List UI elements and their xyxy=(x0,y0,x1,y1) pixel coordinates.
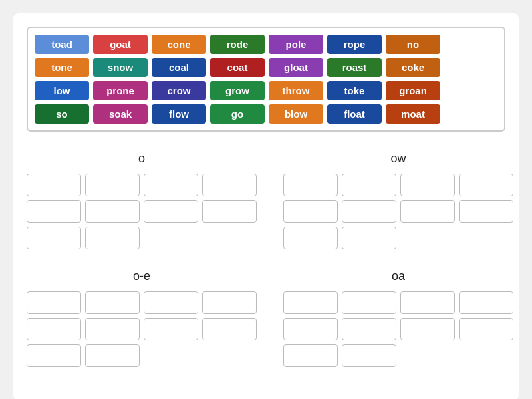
sort-row xyxy=(27,318,257,340)
sort-row xyxy=(283,291,513,314)
sort-box[interactable] xyxy=(85,291,140,314)
tiles-container: toadgoatconerodepoleropenotonesnowcoalco… xyxy=(27,27,505,132)
sort-box[interactable] xyxy=(27,318,81,340)
word-tile[interactable]: blow xyxy=(269,104,323,124)
sort-box[interactable] xyxy=(400,200,455,223)
sort-box[interactable] xyxy=(459,291,513,314)
sort-box[interactable] xyxy=(85,200,140,223)
word-tile[interactable]: toad xyxy=(35,35,89,54)
sort-box[interactable] xyxy=(400,174,455,196)
sort-row xyxy=(27,200,257,223)
sort-row xyxy=(27,174,257,196)
sort-box[interactable] xyxy=(27,227,81,249)
sort-box[interactable] xyxy=(202,318,257,340)
tile-row: toadgoatconerodepoleropeno xyxy=(35,35,497,54)
sort-row xyxy=(283,200,513,223)
sort-title-ow: ow xyxy=(283,152,513,166)
sort-title-oa: oa xyxy=(283,269,513,283)
word-tile[interactable]: grow xyxy=(210,81,265,100)
sort-box[interactable] xyxy=(342,200,396,223)
word-tile[interactable]: prone xyxy=(93,81,148,100)
word-tile[interactable]: goat xyxy=(93,35,148,54)
sort-boxes-o xyxy=(27,174,257,249)
word-tile[interactable]: moat xyxy=(386,104,440,124)
sort-box[interactable] xyxy=(283,227,338,249)
sort-box[interactable] xyxy=(459,200,513,223)
sort-box[interactable] xyxy=(342,174,396,196)
sort-boxes-ow xyxy=(283,174,513,249)
word-tile[interactable]: so xyxy=(35,104,89,124)
sort-box[interactable] xyxy=(283,318,338,340)
sort-box[interactable] xyxy=(342,344,396,367)
word-tile[interactable]: throw xyxy=(269,81,323,100)
sort-row xyxy=(283,344,513,367)
sort-box[interactable] xyxy=(342,318,396,340)
word-tile[interactable]: rope xyxy=(327,35,382,54)
sort-box[interactable] xyxy=(283,344,338,367)
sort-box[interactable] xyxy=(27,344,81,367)
sort-box[interactable] xyxy=(283,200,338,223)
sort-box[interactable] xyxy=(27,200,81,223)
sort-column-ow: ow xyxy=(283,152,513,249)
word-tile[interactable]: soak xyxy=(93,104,148,124)
sort-box[interactable] xyxy=(27,291,81,314)
sort-column-oa: oa xyxy=(283,269,513,367)
sort-box[interactable] xyxy=(400,318,455,340)
sort-box[interactable] xyxy=(85,174,140,196)
word-tile[interactable]: coke xyxy=(386,58,440,77)
sort-row xyxy=(283,318,513,340)
sort-box[interactable] xyxy=(283,291,338,314)
sort-row xyxy=(283,174,513,196)
sort-area-top: o ow xyxy=(27,152,505,249)
sort-box[interactable] xyxy=(202,291,257,314)
sort-box[interactable] xyxy=(85,227,140,249)
sort-column-o: o xyxy=(27,152,257,249)
word-tile[interactable]: snow xyxy=(93,58,148,77)
word-tile[interactable]: roast xyxy=(327,58,382,77)
tile-row: lowpronecrowgrowthrowtokegroan xyxy=(35,81,497,100)
sort-box[interactable] xyxy=(85,318,140,340)
sort-title-o: o xyxy=(27,152,257,166)
sort-box[interactable] xyxy=(144,174,198,196)
sort-box[interactable] xyxy=(144,200,198,223)
word-tile[interactable]: gloat xyxy=(269,58,323,77)
sort-row xyxy=(27,344,257,367)
sort-row xyxy=(27,291,257,314)
sort-box[interactable] xyxy=(283,174,338,196)
sort-boxes-oa xyxy=(283,291,513,367)
sort-box[interactable] xyxy=(400,291,455,314)
sort-box[interactable] xyxy=(85,344,140,367)
word-tile[interactable]: pole xyxy=(269,35,323,54)
word-tile[interactable]: tone xyxy=(35,58,89,77)
sort-box[interactable] xyxy=(202,200,257,223)
sort-box[interactable] xyxy=(459,174,513,196)
sort-row xyxy=(283,227,513,249)
word-tile[interactable]: no xyxy=(386,35,440,54)
tile-row: tonesnowcoalcoatgloatroastcoke xyxy=(35,58,497,77)
sort-box[interactable] xyxy=(144,318,198,340)
word-tile[interactable]: float xyxy=(327,104,382,124)
sort-box[interactable] xyxy=(342,291,396,314)
sort-box[interactable] xyxy=(459,318,513,340)
word-tile[interactable]: groan xyxy=(386,81,440,100)
word-tile[interactable]: go xyxy=(210,104,265,124)
main-page: toadgoatconerodepoleropenotonesnowcoalco… xyxy=(13,13,519,399)
sort-area-bottom: o-e o xyxy=(27,269,505,367)
word-tile[interactable]: cone xyxy=(152,35,206,54)
sort-title-oe: o-e xyxy=(27,269,257,283)
word-tile[interactable]: toke xyxy=(327,81,382,100)
tile-row: sosoakflowgoblowfloatmoat xyxy=(35,104,497,124)
sort-box[interactable] xyxy=(202,174,257,196)
word-tile[interactable]: coat xyxy=(210,58,265,77)
word-tile[interactable]: coal xyxy=(152,58,206,77)
word-tile[interactable]: flow xyxy=(152,104,206,124)
sort-column-oe: o-e xyxy=(27,269,257,367)
sort-row xyxy=(27,227,257,249)
word-tile[interactable]: crow xyxy=(152,81,206,100)
word-tile[interactable]: rode xyxy=(210,35,265,54)
sort-box[interactable] xyxy=(342,227,396,249)
sort-boxes-oe xyxy=(27,291,257,367)
sort-box[interactable] xyxy=(27,174,81,196)
word-tile[interactable]: low xyxy=(35,81,89,100)
sort-box[interactable] xyxy=(144,291,198,314)
